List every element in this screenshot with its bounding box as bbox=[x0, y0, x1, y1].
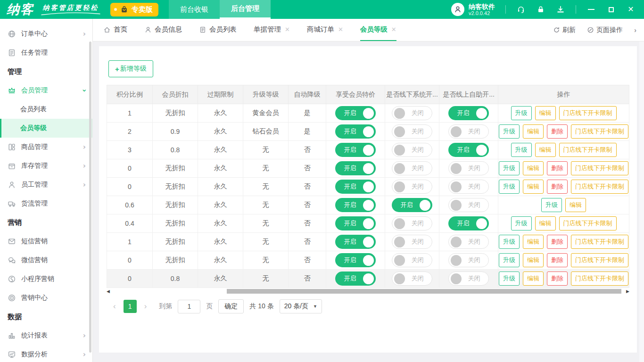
tab-0[interactable]: 首页 bbox=[103, 19, 127, 41]
edit-button[interactable]: 编辑 bbox=[523, 161, 544, 175]
special-price-toggle[interactable]: 开启 bbox=[335, 180, 376, 194]
sidebar-item-staff[interactable]: 员工管理› bbox=[0, 175, 92, 194]
online-open-toggle[interactable]: 关闭 bbox=[448, 161, 489, 175]
sidebar-item-truck[interactable]: 货流管理 bbox=[0, 194, 92, 213]
edit-button[interactable]: 编辑 bbox=[523, 253, 544, 267]
tab-2[interactable]: 会员列表 bbox=[199, 19, 237, 41]
sidebar-item-sms[interactable]: 短信营销 bbox=[0, 232, 92, 251]
special-price-toggle[interactable]: 开启 bbox=[335, 143, 376, 157]
download-icon[interactable] bbox=[556, 5, 565, 14]
limit-button[interactable]: 门店线下开卡限制 bbox=[571, 253, 628, 267]
offline-open-toggle[interactable]: 关闭 bbox=[392, 106, 432, 120]
delete-button[interactable]: 删除 bbox=[547, 180, 568, 194]
tab-3[interactable]: 单据管理✕ bbox=[254, 19, 290, 41]
horizontal-scrollbar-thumb[interactable] bbox=[227, 289, 621, 294]
online-open-toggle[interactable]: 关闭 bbox=[448, 198, 489, 212]
edit-button[interactable]: 编辑 bbox=[535, 143, 556, 157]
backend-manage-tab[interactable]: 后台管理 bbox=[220, 0, 271, 19]
goto-page-input[interactable] bbox=[178, 300, 200, 313]
offline-open-toggle[interactable]: 关闭 bbox=[392, 180, 432, 194]
maximize-icon[interactable] bbox=[606, 5, 616, 14]
sidebar-item-monitor[interactable]: 数据分析› bbox=[0, 345, 92, 362]
special-price-toggle[interactable]: 开启 bbox=[335, 216, 376, 230]
minimize-icon[interactable] bbox=[586, 5, 596, 14]
offline-open-toggle[interactable]: 开启 bbox=[392, 198, 432, 212]
scroll-right-arrow-icon[interactable]: ▶ bbox=[626, 289, 629, 294]
tab-5[interactable]: 会员等级✕ bbox=[360, 19, 396, 41]
confirm-button[interactable]: 确定 bbox=[218, 299, 244, 313]
sidebar-item-chart[interactable]: 统计报表› bbox=[0, 326, 92, 345]
next-page-button[interactable]: › bbox=[142, 302, 149, 311]
upgrade-button[interactable]: 升级 bbox=[499, 253, 520, 267]
sidebar-item-sub-5[interactable]: 会员等级 bbox=[0, 119, 92, 138]
special-price-toggle[interactable]: 开启 bbox=[335, 161, 376, 175]
online-open-toggle[interactable]: 开启 bbox=[448, 216, 489, 230]
sidebar-item-target[interactable]: 营销中心 bbox=[0, 288, 92, 307]
online-open-toggle[interactable]: 关闭 bbox=[448, 124, 489, 139]
special-price-toggle[interactable]: 开启 bbox=[335, 253, 376, 267]
offline-open-toggle[interactable]: 关闭 bbox=[392, 143, 432, 157]
sidebar-item-crown[interactable]: 会员管理› bbox=[0, 81, 92, 100]
tabstrip-overflow-chevron-icon[interactable]: › bbox=[634, 26, 636, 34]
online-open-toggle[interactable]: 关闭 bbox=[448, 235, 489, 249]
offline-open-toggle[interactable]: 关闭 bbox=[392, 216, 432, 230]
special-price-toggle[interactable]: 开启 bbox=[335, 124, 376, 139]
special-price-toggle[interactable]: 开启 bbox=[335, 235, 376, 249]
sidebar-item-globe[interactable]: 订单中心› bbox=[0, 25, 92, 43]
refresh-button[interactable]: 刷新 bbox=[553, 26, 576, 34]
delete-button[interactable]: 删除 bbox=[547, 235, 568, 249]
close-icon[interactable]: ✕ bbox=[626, 5, 636, 14]
upgrade-button[interactable]: 升级 bbox=[541, 198, 562, 212]
tab-1[interactable]: 会员信息 bbox=[144, 19, 182, 41]
tab-close-icon[interactable]: ✕ bbox=[338, 26, 343, 33]
upgrade-button[interactable]: 升级 bbox=[499, 180, 520, 194]
page-operations-button[interactable]: 页面操作 bbox=[587, 26, 623, 34]
sidebar-item-sub-4[interactable]: 会员列表 bbox=[0, 100, 92, 119]
page-size-select[interactable]: 20 条/页 ▼ bbox=[280, 299, 322, 313]
upgrade-button[interactable]: 升级 bbox=[499, 161, 520, 175]
lock-icon[interactable] bbox=[536, 5, 545, 14]
edit-button[interactable]: 编辑 bbox=[523, 272, 544, 286]
limit-button[interactable]: 门店线下开卡限制 bbox=[571, 272, 628, 286]
edit-button[interactable]: 编辑 bbox=[523, 235, 544, 249]
upgrade-button[interactable]: 升级 bbox=[511, 216, 532, 230]
limit-button[interactable]: 门店线下开卡限制 bbox=[559, 143, 617, 157]
special-price-toggle[interactable]: 开启 bbox=[335, 272, 376, 286]
edit-button[interactable]: 编辑 bbox=[535, 106, 556, 120]
upgrade-button[interactable]: 升级 bbox=[511, 106, 532, 120]
sidebar-item-miniapp[interactable]: 小程序营销 bbox=[0, 270, 92, 288]
offline-open-toggle[interactable]: 关闭 bbox=[392, 124, 432, 139]
sidebar-scrollbar[interactable] bbox=[89, 41, 91, 353]
limit-button[interactable]: 门店线下开卡限制 bbox=[559, 216, 617, 230]
delete-button[interactable]: 删除 bbox=[547, 124, 568, 139]
delete-button[interactable]: 删除 bbox=[547, 253, 568, 267]
sidebar-item-inventory[interactable]: 库存管理› bbox=[0, 156, 92, 175]
tab-close-icon[interactable]: ✕ bbox=[285, 26, 290, 33]
add-level-button[interactable]: + 新增等级 bbox=[108, 60, 153, 77]
sidebar-item-wechat[interactable]: 微信营销 bbox=[0, 251, 92, 270]
edit-button[interactable]: 编辑 bbox=[523, 124, 544, 139]
front-cashier-tab[interactable]: 前台收银 bbox=[169, 0, 220, 19]
limit-button[interactable]: 门店线下开卡限制 bbox=[571, 124, 628, 139]
delete-button[interactable]: 删除 bbox=[547, 272, 568, 286]
online-open-toggle[interactable]: 关闭 bbox=[448, 253, 489, 267]
user-account[interactable]: 纳客软件 v2.0.0.42 bbox=[451, 3, 495, 16]
offline-open-toggle[interactable]: 关闭 bbox=[392, 235, 432, 249]
limit-button[interactable]: 门店线下开卡限制 bbox=[571, 235, 628, 249]
sidebar-item-goods[interactable]: 商品管理› bbox=[0, 138, 92, 156]
offline-open-toggle[interactable]: 关闭 bbox=[392, 272, 432, 286]
online-open-toggle[interactable]: 关闭 bbox=[448, 272, 489, 286]
support-icon[interactable] bbox=[516, 5, 526, 14]
sidebar-item-tasks[interactable]: 任务管理 bbox=[0, 43, 92, 62]
edition-badge[interactable]: 专卖版 bbox=[110, 3, 158, 16]
limit-button[interactable]: 门店线下开卡限制 bbox=[559, 106, 617, 120]
special-price-toggle[interactable]: 开启 bbox=[335, 198, 376, 212]
special-price-toggle[interactable]: 开启 bbox=[335, 106, 376, 120]
edit-button[interactable]: 编辑 bbox=[565, 198, 586, 212]
edit-button[interactable]: 编辑 bbox=[535, 216, 556, 230]
limit-button[interactable]: 门店线下开卡限制 bbox=[571, 180, 628, 194]
offline-open-toggle[interactable]: 关闭 bbox=[392, 161, 432, 175]
online-open-toggle[interactable]: 开启 bbox=[448, 106, 489, 120]
upgrade-button[interactable]: 升级 bbox=[511, 143, 532, 157]
upgrade-button[interactable]: 升级 bbox=[499, 124, 520, 139]
